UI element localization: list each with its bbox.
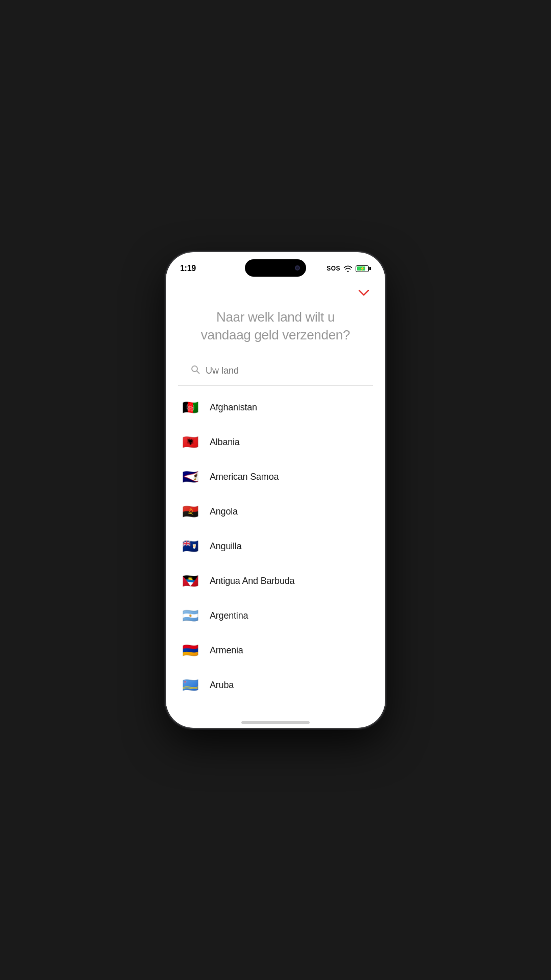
country-name: Angola [210, 506, 238, 517]
sos-indicator: SOS [327, 265, 340, 272]
list-item[interactable]: 🇦🇴Angola [166, 494, 385, 529]
screen: 1:19 SOS ⚡ [166, 252, 385, 728]
flag-icon: 🇦🇮 [180, 536, 201, 556]
country-name: Argentina [210, 610, 248, 621]
country-list: 🇦🇫Afghanistan🇦🇱Albania🇦🇸American Samoa🇦🇴… [166, 386, 385, 703]
list-item[interactable]: 🇦🇷Argentina [166, 598, 385, 633]
phone-frame: 1:19 SOS ⚡ [166, 252, 385, 728]
country-name: Afghanistan [210, 402, 257, 413]
country-name: Anguilla [210, 541, 241, 552]
dynamic-island [245, 259, 306, 277]
battery-icon: ⚡ [356, 265, 371, 272]
flag-icon: 🇦🇱 [180, 432, 201, 452]
flag-icon: 🇦🇼 [180, 675, 201, 695]
flag-icon: 🇦🇫 [180, 397, 201, 418]
flag-icon: 🇦🇬 [180, 571, 201, 591]
country-name: American Samoa [210, 472, 279, 482]
country-name: Albania [210, 437, 240, 448]
list-item[interactable]: 🇦🇺Australia [166, 702, 385, 703]
island-camera [295, 265, 300, 271]
wifi-icon [343, 265, 353, 272]
page-title: Naar welk land wilt uvandaag geld verzen… [166, 278, 385, 364]
country-name: Aruba [210, 680, 234, 691]
list-item[interactable]: 🇦🇼Aruba [166, 668, 385, 702]
list-item[interactable]: 🇦🇱Albania [166, 425, 385, 459]
flag-icon: 🇦🇴 [180, 501, 201, 522]
list-item[interactable]: 🇦🇬Antigua And Barbuda [166, 564, 385, 598]
flag-icon: 🇦🇷 [180, 605, 201, 626]
flag-icon: 🇦🇲 [180, 640, 201, 660]
close-button[interactable] [355, 284, 373, 302]
country-name: Armenia [210, 645, 243, 656]
list-item[interactable]: 🇦🇲Armenia [166, 633, 385, 668]
status-time: 1:19 [180, 264, 196, 273]
list-item[interactable]: 🇦🇸American Samoa [166, 459, 385, 494]
search-icon [190, 364, 201, 377]
list-item[interactable]: 🇦🇮Anguilla [166, 529, 385, 564]
flag-icon: 🇦🇸 [180, 467, 201, 487]
status-icons: SOS ⚡ [327, 265, 371, 272]
search-container [178, 364, 373, 386]
home-indicator [241, 721, 310, 724]
search-input[interactable] [206, 365, 361, 376]
country-name: Antigua And Barbuda [210, 576, 294, 586]
list-item[interactable]: 🇦🇫Afghanistan [166, 390, 385, 425]
